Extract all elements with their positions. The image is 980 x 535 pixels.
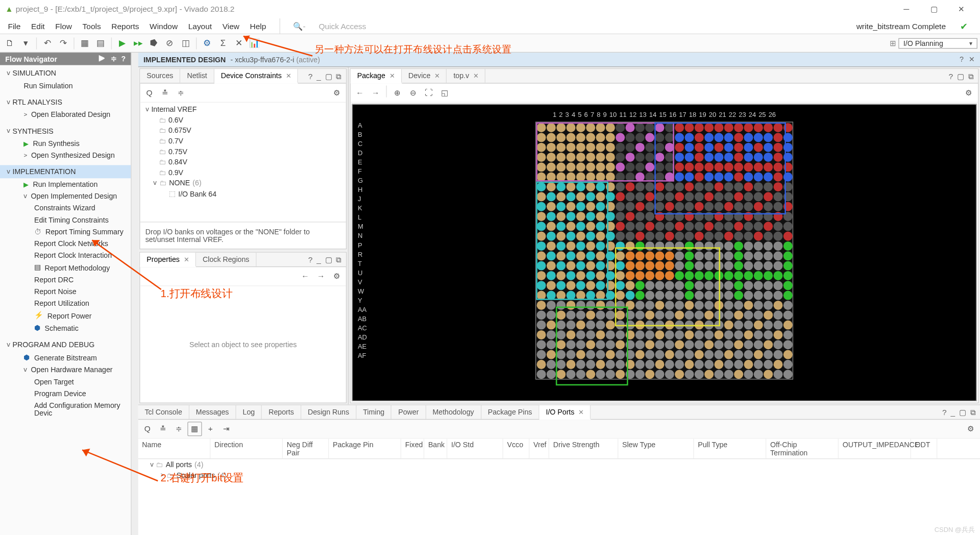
chevron-icon[interactable]: > [160,472,164,478]
undo-icon[interactable]: ↶ [40,36,55,50]
col-header[interactable]: Direction [210,439,283,458]
bga-pin[interactable] [546,370,555,379]
bga-pin[interactable] [615,182,624,191]
tab-i-o-ports[interactable]: I/O Ports✕ [540,405,591,420]
bga-pin[interactable] [753,320,763,329]
gear-icon[interactable]: ⚙ [964,422,978,436]
bga-pin[interactable] [783,350,792,359]
chevron-icon[interactable]: > [23,152,27,159]
bga-pin[interactable] [753,359,763,369]
bga-pin[interactable] [753,330,763,339]
bga-pin[interactable] [763,251,772,260]
bga-pin[interactable] [783,300,792,309]
bga-pin[interactable] [635,192,644,201]
bga-pin[interactable] [694,340,703,349]
bga-pin[interactable] [635,231,644,240]
bga-pin[interactable] [773,241,782,250]
bga-pin[interactable] [753,281,763,290]
bga-pin[interactable] [744,330,753,339]
bga-pin[interactable] [714,222,723,231]
bga-pin[interactable] [733,222,743,231]
restore-icon[interactable]: ⧉ [968,71,974,81]
tab-package-pins[interactable]: Package Pins [481,405,540,419]
report-icon[interactable]: ▤ [93,36,108,50]
bga-pin[interactable] [783,310,792,320]
help-icon[interactable]: ? [308,71,313,81]
col-header[interactable]: Bank [424,439,447,458]
new-icon[interactable]: 🗋 [3,36,17,50]
bga-pin[interactable] [645,370,654,379]
chevron-down-icon[interactable]: ⅴ [7,168,10,175]
bga-pin[interactable] [773,310,782,320]
cancel-icon[interactable]: ✕ [232,36,246,50]
bga-pin[interactable] [704,340,713,349]
bga-pin[interactable] [783,290,792,300]
close-tab-icon[interactable]: ✕ [184,256,189,263]
bga-pin[interactable] [536,370,546,379]
tab-log[interactable]: Log [236,405,262,419]
bga-pin[interactable] [753,271,763,280]
menu-window[interactable]: Window [144,18,183,34]
maximize-icon[interactable]: ▢ [957,71,964,81]
nav-item[interactable]: Edit Timing Constraints [0,214,131,226]
run-button[interactable]: ▶ [115,36,130,50]
bga-pin[interactable] [615,222,624,231]
bga-pin[interactable] [783,261,792,270]
bga-pin[interactable] [733,340,743,349]
bga-pin[interactable] [536,340,546,349]
bga-pin[interactable] [655,350,664,359]
bga-pin[interactable] [753,241,763,250]
bga-pin[interactable] [724,222,733,231]
col-header[interactable]: Neg Diff Pair [283,439,329,458]
bga-pin[interactable] [665,330,674,339]
zoom-fit-icon[interactable]: ⛶ [422,86,436,100]
bga-pin[interactable] [733,359,743,369]
nav-item[interactable]: Report Clock Networks [0,237,131,249]
bga-pin[interactable] [625,202,634,211]
bga-pin[interactable] [763,290,772,300]
bga-pin[interactable] [763,281,772,290]
bga-pin[interactable] [724,251,733,260]
bga-pin[interactable] [674,350,683,359]
bga-pin[interactable] [773,320,782,329]
menu-help[interactable]: Help [244,18,271,34]
add-icon[interactable]: + [203,422,217,436]
tab-netlist[interactable]: Netlist [181,69,214,83]
bga-pin[interactable] [704,350,713,359]
bga-pin[interactable] [655,231,664,240]
col-header[interactable]: OUTPUT_IMPEDANCE [839,439,911,458]
bga-pin[interactable] [733,281,743,290]
bga-pin[interactable] [645,231,654,240]
bga-pin[interactable] [546,340,555,349]
bga-pin[interactable] [635,370,644,379]
export-icon[interactable]: ⇥ [219,422,233,436]
bga-pin[interactable] [536,320,546,329]
close-tab-icon[interactable]: ✕ [389,72,395,80]
nav-item[interactable]: ⬢ Generate Bitstream [0,351,131,363]
minimize-icon[interactable]: _ [950,407,955,417]
bga-pin[interactable] [625,182,634,191]
help-icon[interactable]: ? [949,71,953,81]
bga-pin[interactable] [704,330,713,339]
expand-all-icon[interactable]: ≑ [172,422,186,436]
bga-pin[interactable] [625,231,634,240]
bga-pin[interactable] [753,251,763,260]
bga-pin[interactable] [536,300,546,309]
tree-none[interactable]: ⅴ 🗀 NONE (6) [140,178,346,188]
bga-pin[interactable] [753,290,763,300]
tab-messages[interactable]: Messages [189,405,236,419]
bga-pin[interactable] [714,231,723,240]
bga-pin[interactable] [674,340,683,349]
close-nav-icon[interactable]: ? [121,55,126,62]
help-icon[interactable]: ? [960,55,964,64]
bga-pin[interactable] [773,271,782,280]
bga-pin[interactable] [635,222,644,231]
bga-pin[interactable] [744,241,753,250]
tab-clock-regions[interactable]: Clock Regions [196,253,256,266]
bga-pin[interactable] [635,330,644,339]
tab-timing[interactable]: Timing [356,405,391,419]
bga-pin[interactable] [773,251,782,260]
bga-pin[interactable] [645,222,654,231]
bga-pin[interactable] [615,231,624,240]
bga-pin[interactable] [733,300,743,309]
